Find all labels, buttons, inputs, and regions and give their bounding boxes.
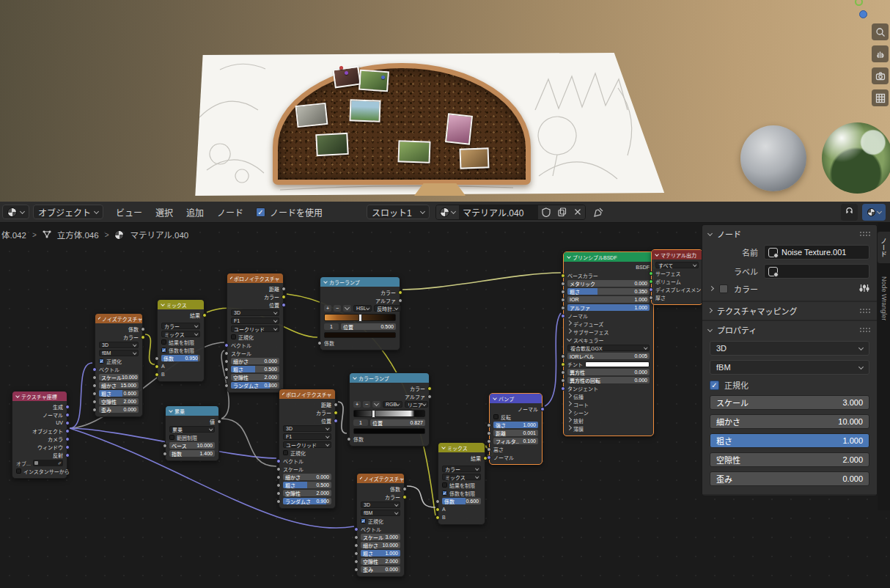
node-color-checkbox[interactable]: [719, 284, 728, 293]
breadcrumb-item[interactable]: 立方体.046: [57, 229, 99, 240]
socket[interactable]: [65, 405, 70, 409]
dropdown-HSL[interactable]: HSL: [353, 305, 372, 312]
node-row-sl[interactable]: 係数0.600: [438, 497, 485, 505]
node-row-exp[interactable]: スペキュラー: [564, 336, 653, 344]
ramp-options-button[interactable]: [372, 401, 380, 408]
socket[interactable]: [561, 314, 565, 318]
socket[interactable]: [224, 367, 229, 372]
panel-grip[interactable]: [859, 231, 871, 237]
node-row-sl[interactable]: 細かさ0.000: [227, 357, 283, 365]
dropdown-反時計..[interactable]: 反時計..: [374, 305, 400, 312]
shader-type-dropdown[interactable]: オブジェクト: [33, 205, 103, 219]
slider-歪み[interactable]: 歪み0.000: [361, 566, 400, 573]
material-name-field[interactable]: マテリアル.040: [459, 205, 538, 219]
slider-細かさ[interactable]: 細かさ10.000: [361, 542, 400, 548]
node-row-dd[interactable]: fBM: [95, 349, 142, 357]
socket[interactable]: [487, 455, 491, 460]
slider-細かさ[interactable]: 細かさ0.000: [231, 358, 279, 364]
node-row-dd[interactable]: 3D: [279, 425, 335, 433]
node-row-chk[interactable]: ✓係数を制限: [438, 489, 485, 497]
node-header[interactable]: マテリアル出力: [652, 250, 702, 260]
checkbox[interactable]: ✓: [361, 518, 366, 523]
node-row-chk[interactable]: インスタンサーから: [12, 467, 67, 475]
node-header[interactable]: テクスチャ座標: [12, 392, 67, 401]
slider-空隙性[interactable]: 空隙性2.000: [231, 374, 279, 381]
slider-細かさ[interactable]: 細かさ15.000: [99, 382, 139, 389]
socket[interactable]: [317, 341, 322, 345]
chevron-right-icon[interactable]: [709, 285, 714, 290]
use-nodes-checkbox[interactable]: ✓: [256, 207, 265, 217]
slider-空隙性[interactable]: 空隙性2.000: [361, 558, 400, 565]
socket[interactable]: [224, 343, 229, 348]
socket[interactable]: [649, 287, 653, 292]
node-row-dd[interactable]: すべて: [652, 261, 702, 269]
dropdown-fBM[interactable]: fBM: [361, 510, 400, 516]
node-row-sl[interactable]: IOR1.000: [564, 295, 653, 304]
color-ramp-gradient[interactable]: [353, 410, 425, 417]
socket[interactable]: [65, 437, 70, 441]
checkbox[interactable]: [493, 414, 499, 419]
socket[interactable]: [163, 444, 167, 448]
socket[interactable]: [92, 383, 97, 388]
socket[interactable]: [202, 313, 207, 317]
socket[interactable]: [487, 423, 491, 427]
node-row-chk[interactable]: 結果を制限: [158, 338, 204, 346]
slider-IORレベル[interactable]: IORレベル0.005: [567, 353, 650, 359]
bump-node[interactable]: バンプノーマル反転強さ1.000距離0.001フィルタ..0.100高さノーマル: [489, 393, 543, 465]
slider-IOR[interactable]: IOR1.000: [567, 296, 650, 303]
panel-texture-mapping-header[interactable]: テクスチャマッピング: [702, 302, 877, 320]
socket[interactable]: [487, 447, 491, 452]
checkbox[interactable]: ✓: [99, 359, 104, 364]
checkbox[interactable]: ✓: [442, 490, 447, 496]
node-row-sl[interactable]: 強さ1.000: [490, 421, 542, 429]
node-row-pos[interactable]: 1位置0.500: [320, 323, 400, 331]
slider-係数[interactable]: 係数0.600: [442, 498, 481, 504]
node-row-sl[interactable]: アルファ1.000: [564, 304, 653, 312]
noise-texture-node-2[interactable]: ノイズテクスチャ係数カラー3DfBM✓正規化ベクトルスケール3.000細かさ10…: [356, 473, 405, 577]
node-header[interactable]: バンプ: [490, 394, 542, 403]
add-stop-button[interactable]: +: [353, 401, 361, 408]
noise-type-dropdown[interactable]: fBM: [710, 360, 869, 375]
principled-bsdf-node[interactable]: プリンシプルBSDFBSDFベースカラーメタリック0.000粗さ0.350IOR…: [563, 251, 654, 436]
sidebar-tab-Node Wrangler[interactable]: Node Wrangler: [879, 271, 889, 326]
gizmo-axis-blue[interactable]: [859, 10, 867, 18]
node-row-ctrl[interactable]: +−RGBリニア: [350, 400, 429, 408]
socket[interactable]: [354, 535, 358, 540]
node-row-dd[interactable]: ミックス: [438, 473, 485, 481]
overlays-button[interactable]: [862, 204, 886, 221]
node-editor-canvas[interactable]: 体.042>立方体.046>マテリアル.040 テクスチャ座標生成ノーマルUVオ…: [0, 223, 890, 588]
node-row-dd[interactable]: ユークリッド: [227, 325, 283, 333]
node-row-sl[interactable]: 歪み0.000: [95, 405, 142, 414]
ramp-stop-marker[interactable]: [372, 410, 375, 418]
node-header[interactable]: ノイズテクスチャ: [357, 474, 404, 483]
node-row-swatch[interactable]: [320, 331, 400, 339]
node-row-sl[interactable]: フィルタ..0.100: [490, 437, 542, 445]
color-ramp-gradient[interactable]: [324, 314, 396, 321]
node-row-insw[interactable]: チント: [564, 360, 653, 368]
node-label-field[interactable]: [764, 264, 869, 279]
socket[interactable]: [92, 400, 97, 404]
slider-粗さ[interactable]: 粗さ0.350: [567, 288, 650, 295]
color-swatch[interactable]: [324, 332, 396, 338]
slider-空隙性[interactable]: 空隙性2.000: [99, 398, 139, 405]
socket[interactable]: [92, 392, 97, 396]
sliders-icon[interactable]: [859, 284, 869, 294]
node-row-ctrl[interactable]: +−HSL反時計..: [320, 304, 400, 312]
node-row-grad[interactable]: [320, 312, 400, 323]
node-row-sl[interactable]: 空隙性2.000: [95, 397, 142, 405]
socket[interactable]: [92, 408, 97, 412]
slider-ランダムさ[interactable]: ランダムさ0.900: [283, 498, 331, 504]
add-stop-button[interactable]: +: [324, 305, 331, 312]
node-row-obj[interactable]: オブ...✐: [12, 459, 67, 467]
socket[interactable]: [65, 421, 70, 425]
node-row-col[interactable]: 薄膜: [564, 425, 653, 433]
slider-スケール[interactable]: スケール3.000: [361, 534, 400, 540]
node-header[interactable]: カラーランプ: [350, 373, 429, 383]
socket[interactable]: [561, 282, 565, 286]
socket[interactable]: [282, 303, 286, 307]
socket[interactable]: [155, 372, 159, 377]
node-header[interactable]: ミックス: [438, 443, 485, 452]
gizmo-axis-green[interactable]: [855, 0, 863, 6]
mix-node-1[interactable]: ミックス結果カラーミックス結果を制限✓係数を制限係数0.950AB: [157, 299, 205, 382]
property-slider-粗さ[interactable]: 粗さ1.000: [710, 433, 869, 448]
